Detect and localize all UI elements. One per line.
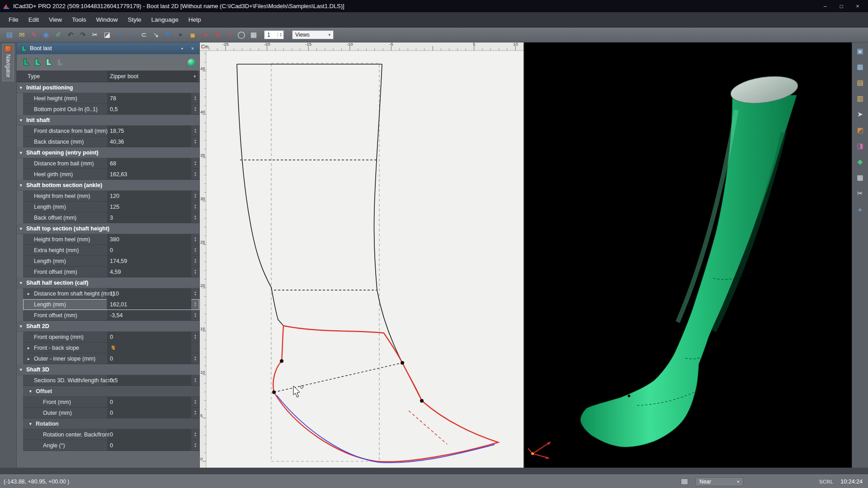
row-spinner[interactable]: ▲▼ <box>192 408 198 417</box>
row-spinner[interactable]: ▲▼ <box>192 430 198 439</box>
scissors-icon[interactable]: ✂ <box>854 188 866 199</box>
boot-tool-2-icon[interactable] <box>32 58 41 67</box>
row-arrow[interactable]: ▾ <box>20 183 26 188</box>
row-spinner[interactable]: ▲▼ <box>192 127 198 135</box>
row-spinner[interactable]: ▲▼ <box>192 170 198 178</box>
row-value[interactable]: 0 <box>107 332 191 342</box>
property-row[interactable]: ▸ Distance from shaft height (mm) 110 ▲▼ <box>23 288 199 299</box>
property-row[interactable]: Heel height (mm) 78 ▲▼ <box>23 93 199 104</box>
row-spinner[interactable]: ▲▼ <box>192 333 198 341</box>
property-row[interactable]: Length (mm) 162,01 ▲▼ <box>23 299 199 310</box>
property-row[interactable]: ▾ Shaft top section (shaft height) ▲▼ <box>17 223 199 234</box>
slope-icon[interactable]: ↘ <box>150 29 162 41</box>
property-row[interactable]: Height from heel (mm) 380 ▲▼ <box>23 234 199 245</box>
property-row[interactable]: Length (mm) 174,59 ▲▼ <box>23 256 199 267</box>
property-row[interactable]: ▾ Init shaft ▲▼ <box>17 115 199 126</box>
pointer-icon[interactable]: ➤ <box>854 108 866 120</box>
property-row[interactable]: Front distance from ball (mm) 18,75 ▲▼ <box>23 126 199 136</box>
row-value[interactable]: 18,75 <box>107 126 191 136</box>
magenta-tool-icon[interactable]: ◨ <box>854 140 866 152</box>
row-value[interactable]: 110 <box>107 288 191 299</box>
row-value[interactable]: 0 <box>107 440 191 450</box>
row-value[interactable]: 174,59 <box>107 256 191 266</box>
row-spinner[interactable]: ▲▼ <box>192 354 198 363</box>
property-row[interactable]: Angle (°) 0 ▲▼ <box>23 440 199 451</box>
property-row[interactable]: Front opening (mm) 0 ▲▼ <box>23 332 199 343</box>
redo-icon[interactable]: ↷ <box>77 29 89 41</box>
property-row[interactable]: Extra height (mm) 0 ▲▼ <box>23 245 199 256</box>
viewports-icon[interactable]: ▣ <box>854 45 866 57</box>
row-spinner[interactable]: ▲▼ <box>192 192 198 200</box>
grid-view-icon[interactable]: ▦ <box>854 61 866 73</box>
row-value[interactable]: 68 <box>107 158 191 169</box>
row-value[interactable]: 78 <box>107 93 191 103</box>
canvas-2d[interactable] <box>200 42 524 468</box>
snap-icon[interactable]: ⌖ <box>175 29 186 41</box>
row-spinner[interactable]: ▲▼ <box>192 376 198 385</box>
row-arrow[interactable]: ▾ <box>29 422 36 426</box>
panel-header[interactable]: Boot last ▪ × <box>17 42 199 54</box>
row-arrow[interactable]: ▾ <box>20 324 26 328</box>
menu-window[interactable]: Window <box>91 14 123 25</box>
row-arrow[interactable]: ▾ <box>20 226 26 231</box>
property-row[interactable]: ▾ Offset ▲▼ <box>23 386 199 397</box>
property-row[interactable]: ▾ Shaft half section (calf) ▲▼ <box>17 277 199 288</box>
control-point[interactable] <box>272 390 276 394</box>
property-row[interactable]: Distance from ball (mm) 68 ▲▼ <box>23 158 199 169</box>
boot-tool-1-icon[interactable] <box>21 58 30 67</box>
minimize-button[interactable]: – <box>817 2 833 11</box>
lock-icon[interactable]: ◙ <box>187 29 198 41</box>
property-row[interactable]: ▾ Shaft 3D ▲▼ <box>17 364 199 375</box>
green-tool-icon[interactable]: ◆ <box>854 156 866 168</box>
row-arrow[interactable]: ▾ <box>20 85 26 90</box>
property-row[interactable]: Length (mm) 125 ▲▼ <box>23 202 199 212</box>
view-3d[interactable] <box>524 42 852 468</box>
row-spinner[interactable]: ▲▼ <box>192 213 198 222</box>
table-icon[interactable]: ▦ <box>854 172 866 183</box>
mail-icon[interactable]: ✉ <box>16 29 28 41</box>
menu-file[interactable]: File <box>4 14 24 25</box>
panel-close-icon[interactable]: × <box>189 46 196 51</box>
menu-language[interactable]: Language <box>146 14 184 25</box>
pencil-icon[interactable]: ✎ <box>28 29 40 41</box>
brush-icon[interactable]: ✐ <box>52 29 64 41</box>
stepper-arrows[interactable]: ▲▼ <box>278 33 283 37</box>
comb2-icon[interactable]: ≡ <box>223 29 235 41</box>
add-icon[interactable]: + <box>854 203 866 215</box>
row-spinner[interactable]: ▲▼ <box>192 137 198 146</box>
row-value[interactable]: 125 <box>107 202 191 212</box>
row-value[interactable]: 0 <box>107 429 191 440</box>
flag-icon[interactable]: ⚑ <box>162 29 174 41</box>
property-row[interactable]: ▾ Shaft opening (entry point) ▲▼ <box>17 147 199 158</box>
row-value[interactable]: 380 <box>107 234 191 244</box>
row-spinner[interactable]: ▲▼ <box>192 398 198 406</box>
row-spinner[interactable]: ▲▼ <box>192 441 198 450</box>
number-stepper[interactable]: 1 ▲▼ <box>264 30 284 39</box>
property-row[interactable]: Rotation center. Back/front 0 ▲▼ <box>23 429 199 440</box>
layers-icon[interactable]: ▤ <box>854 77 866 89</box>
property-row[interactable]: Back distance (mm) 40,36 ▲▼ <box>23 136 199 147</box>
property-row[interactable]: ▸ Outer - inner slope (mm) 0 ▲▼ <box>23 353 199 364</box>
row-spinner[interactable]: ▲▼ <box>192 246 198 254</box>
row-arrow[interactable]: ▾ <box>20 367 26 372</box>
navigator-tab[interactable]: Navigator <box>2 44 14 81</box>
property-row[interactable]: Back offset (mm) 3 ▲▼ <box>23 212 199 223</box>
row-arrow[interactable]: ▾ <box>20 150 26 155</box>
maximize-button[interactable]: □ <box>834 2 849 11</box>
property-row[interactable]: Front (mm) 0 ▲▼ <box>23 397 199 408</box>
render-sphere-icon[interactable] <box>188 59 195 66</box>
row-value[interactable]: 3 <box>107 212 191 223</box>
row-spinner[interactable]: ▲▼ <box>192 202 198 211</box>
curve-icon[interactable]: ∿ <box>113 29 125 41</box>
chain-icon[interactable]: ⊂ <box>138 29 150 41</box>
row-value[interactable]: 0 <box>107 397 191 407</box>
row-spinner[interactable]: ▲▼ <box>192 105 198 113</box>
row-value[interactable]: 162,63 <box>107 169 191 179</box>
select-red-icon[interactable]: ➤ <box>199 29 211 41</box>
row-spinner[interactable]: ▲▼ <box>192 289 198 298</box>
row-arrow[interactable]: ▸ <box>28 346 34 350</box>
row-spinner[interactable]: ▲▼ <box>192 235 198 244</box>
near-dropdown[interactable]: Near ▾ <box>695 477 743 486</box>
type-row[interactable]: Type Zipper boot ▾ <box>17 70 199 82</box>
view-2d[interactable]: Cm. -25-20-15-10-5510454035302520151050 <box>200 42 524 468</box>
